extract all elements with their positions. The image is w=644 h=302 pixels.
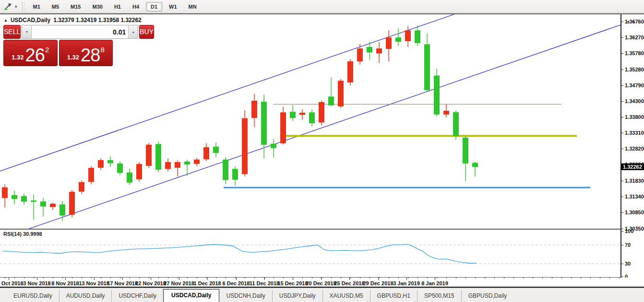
timeframe-button-M5[interactable]: M5 bbox=[47, 2, 64, 12]
time-tick bbox=[158, 278, 159, 279]
time-tick bbox=[456, 278, 456, 279]
time-tick-major bbox=[293, 278, 293, 280]
time-tick bbox=[331, 278, 332, 279]
chart-tab-GBPUSD-Daily[interactable]: GBPUSD,Daily bbox=[461, 290, 514, 302]
volume-increase-button[interactable]: ▲ bbox=[128, 25, 138, 38]
chart-tab-USDCNH-Daily[interactable]: USDCNH,Daily bbox=[219, 290, 272, 302]
time-tick bbox=[581, 278, 581, 279]
time-tick-major bbox=[207, 278, 208, 280]
rsi-axis-label: 70 bbox=[621, 242, 631, 248]
sell-price-prefix: 1.32 bbox=[12, 54, 24, 61]
time-tick bbox=[53, 278, 53, 279]
time-tick bbox=[82, 278, 82, 279]
date-label: 27 Nov 2018 bbox=[164, 280, 194, 286]
time-tick bbox=[571, 278, 572, 279]
time-tick bbox=[43, 278, 44, 279]
tab-scroll-left-icon[interactable]: ◂ bbox=[627, 19, 633, 24]
date-label: 1 Dec 2018 bbox=[194, 280, 221, 286]
time-tick-major bbox=[65, 278, 66, 280]
price-axis-label: 1.35780 bbox=[621, 50, 644, 56]
time-tick-major bbox=[236, 278, 237, 280]
time-tick bbox=[254, 278, 255, 279]
timeframe-button-D1[interactable]: D1 bbox=[146, 2, 162, 12]
timeframe-toolbar: ▾ M1M5M15M30H1H4D1W1MN bbox=[0, 0, 644, 13]
chevron-down-icon[interactable]: ▾ bbox=[14, 4, 20, 9]
timeframe-button-MN[interactable]: MN bbox=[184, 2, 202, 12]
time-tick bbox=[312, 278, 312, 279]
price-axis-label: 1.34300 bbox=[621, 98, 644, 104]
price-axis-label: 1.35280 bbox=[621, 67, 644, 72]
timeframe-button-M30[interactable]: M30 bbox=[88, 2, 107, 12]
time-tick bbox=[552, 278, 552, 279]
timeframe-button-M15[interactable]: M15 bbox=[66, 2, 85, 12]
chart-tab-SP500-M15[interactable]: SP500,M15 bbox=[417, 290, 461, 302]
sell-price-pip: 2 bbox=[45, 46, 49, 54]
timeframe-button-W1[interactable]: W1 bbox=[164, 2, 182, 12]
chart-arrows-icon-button[interactable] bbox=[0, 1, 14, 12]
time-tick bbox=[5, 278, 5, 279]
time-tick bbox=[417, 278, 418, 279]
tab-scroll-arrows: ◂▸ bbox=[627, 19, 639, 24]
tab-scroll-right-icon[interactable]: ▸ bbox=[633, 19, 639, 24]
price-axis-label: 1.31830 bbox=[621, 178, 644, 184]
time-tick-major bbox=[264, 278, 265, 280]
date-label: 6 Dec 2018 bbox=[223, 280, 250, 286]
rsi-axis-label: 100 bbox=[621, 228, 633, 234]
sell-button[interactable]: SELL bbox=[3, 25, 21, 39]
time-axis[interactable]: 30 Oct 20183 Nov 20188 Nov 201813 Nov 20… bbox=[0, 278, 644, 288]
time-tick bbox=[542, 278, 543, 279]
time-tick bbox=[187, 278, 188, 279]
time-tick bbox=[408, 278, 408, 279]
date-label: 25 Dec 2018 bbox=[334, 280, 365, 286]
date-label: 8 Jan 2019 bbox=[421, 280, 448, 286]
collapse-triangle-icon[interactable]: ▲ bbox=[4, 18, 8, 23]
chart-tab-USDCHF-Daily[interactable]: USDCHF,Daily bbox=[111, 290, 163, 302]
buy-price-panel[interactable]: 1.32 28 8 bbox=[59, 40, 113, 66]
price-axis-label: 1.34790 bbox=[621, 82, 644, 88]
time-tick bbox=[523, 278, 524, 279]
price-axis[interactable]: 1.367601.362701.357801.352801.347901.343… bbox=[620, 14, 644, 287]
price-axis-label: 1.33310 bbox=[621, 130, 644, 136]
price-axis-label: 1.30850 bbox=[621, 209, 644, 215]
time-tick-major bbox=[179, 278, 179, 280]
time-tick bbox=[178, 278, 178, 279]
chart-tab-USDCAD-Daily[interactable]: USDCAD,Daily bbox=[163, 289, 219, 302]
chart-tab-AUDUSD-Daily[interactable]: AUDUSD,Daily bbox=[59, 290, 112, 302]
timeframe-button-M1[interactable]: M1 bbox=[28, 2, 45, 12]
chart-tab-GBPUSD-H1[interactable]: GBPUSD,H1 bbox=[370, 290, 417, 302]
timeframe-button-H1[interactable]: H1 bbox=[109, 2, 126, 12]
time-tick bbox=[14, 278, 15, 279]
time-tick bbox=[283, 278, 284, 279]
time-tick bbox=[24, 278, 24, 279]
time-tick-major bbox=[321, 278, 322, 280]
time-tick bbox=[427, 278, 428, 279]
time-tick-major bbox=[406, 278, 407, 280]
date-label: 15 Dec 2018 bbox=[278, 280, 308, 286]
time-tick bbox=[110, 278, 111, 279]
time-tick bbox=[360, 278, 360, 279]
price-axis-label: 1.31340 bbox=[621, 194, 644, 199]
chart-tab-EURUSD-Daily[interactable]: EURUSD,Daily bbox=[7, 290, 59, 302]
volume-decrease-button[interactable]: ▼ bbox=[22, 25, 32, 38]
time-tick bbox=[168, 278, 168, 279]
price-axis-label: 1.32820 bbox=[621, 146, 644, 151]
rsi-indicator-canvas[interactable] bbox=[0, 230, 620, 277]
time-tick bbox=[62, 278, 63, 279]
chart-tab-USDJPY-Daily[interactable]: USDJPY,Daily bbox=[272, 290, 322, 302]
chart-window: ▲ USDCAD,Daily 1.32379 1.32419 1.31958 1… bbox=[0, 14, 644, 302]
current-price-tag: 1.32262 bbox=[621, 163, 644, 170]
time-tick bbox=[504, 278, 504, 279]
sell-price-panel[interactable]: 1.32 26 2 bbox=[3, 40, 58, 66]
time-tick bbox=[379, 278, 380, 279]
time-tick-major bbox=[94, 278, 95, 280]
buy-button[interactable]: BUY bbox=[139, 25, 154, 39]
time-tick bbox=[389, 278, 389, 279]
time-tick bbox=[533, 278, 533, 279]
timeframe-button-H4[interactable]: H4 bbox=[128, 2, 144, 12]
chart-tab-XAUUSD-M5[interactable]: XAUUSD,M5 bbox=[322, 290, 370, 302]
time-tick bbox=[600, 278, 600, 279]
time-tick bbox=[216, 278, 216, 279]
time-tick bbox=[206, 278, 207, 279]
time-tick bbox=[465, 278, 466, 279]
volume-input[interactable] bbox=[32, 25, 128, 38]
